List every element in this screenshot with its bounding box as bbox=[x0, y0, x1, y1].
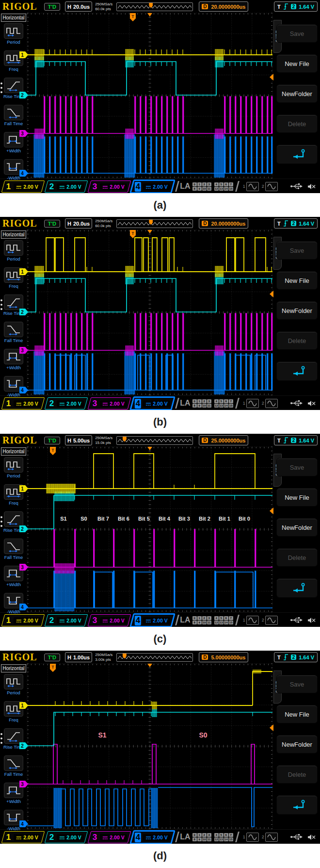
channel-3-status-chip[interactable]: 32.00 V bbox=[87, 614, 131, 626]
menu-button-newfolder[interactable]: NewFolder bbox=[276, 735, 318, 753]
logic-analyzer-indicator[interactable]: LA0123456789101112131415 bbox=[180, 182, 233, 191]
menu-button-save[interactable]: Save bbox=[276, 24, 318, 43]
channel-3-status-chip[interactable]: 32.00 V bbox=[87, 397, 131, 409]
menu-button-save[interactable]: Save bbox=[276, 241, 318, 260]
logic-analyzer-indicator[interactable]: LA0123456789101112131415 bbox=[180, 399, 233, 408]
menu-button-new-file[interactable]: New File bbox=[276, 488, 318, 507]
trigger-status-badge: T'D bbox=[44, 654, 60, 661]
menu-button-label: NewFolder bbox=[282, 90, 312, 98]
horizontal-position-marker[interactable] bbox=[147, 664, 152, 667]
channel-number: 2 bbox=[48, 181, 55, 191]
menu-button-newfolder[interactable]: NewFolder bbox=[276, 518, 318, 537]
la-digit: 7 bbox=[229, 182, 233, 186]
menu-button-return[interactable] bbox=[276, 795, 318, 815]
la-digit: 11 bbox=[207, 404, 211, 408]
menu-button-delete[interactable]: Delete bbox=[276, 331, 318, 350]
waveform-ch1 bbox=[253, 670, 261, 673]
menu-button-new-file[interactable]: New File bbox=[276, 54, 318, 73]
source-2-indicator[interactable]: 2 bbox=[262, 616, 278, 625]
la-digit: 15 bbox=[229, 837, 233, 841]
memory-depth-value: 3.00k pts bbox=[95, 657, 112, 662]
timebase-label: H bbox=[67, 4, 71, 10]
channel-1-status-chip[interactable]: 12.00 V bbox=[1, 397, 45, 409]
delay-value: 5.00000000us bbox=[211, 655, 245, 660]
menu-button-newfolder[interactable]: NewFolder bbox=[276, 84, 318, 103]
la-digit: 9 bbox=[197, 621, 202, 624]
source-2-indicator[interactable]: 2 bbox=[262, 399, 278, 408]
logic-analyzer-indicator[interactable]: LA0123456789101112131415 bbox=[180, 616, 233, 624]
channel-4-status-chip[interactable]: 42.00 V bbox=[130, 614, 175, 627]
channel-2-status-chip[interactable]: 22.00 V bbox=[44, 397, 88, 409]
channel-3-status-chip[interactable]: 32.00 V bbox=[87, 180, 131, 193]
channel-chip-inner: 22.00 V bbox=[48, 398, 84, 408]
horizontal-position-marker[interactable] bbox=[147, 230, 152, 233]
channel-1-ground-label: 1 bbox=[21, 52, 24, 58]
menu-button-new-file[interactable]: New File bbox=[276, 705, 318, 723]
oscilloscope-screenshot: RIGOLT'DH5.00us250MSa/s15.0k ptsD25.0000… bbox=[0, 434, 320, 627]
horizontal-position-marker[interactable] bbox=[147, 13, 152, 16]
source-1-indicator[interactable]: 1 bbox=[243, 399, 259, 408]
waveform-ch4 bbox=[151, 788, 158, 828]
la-group-gap bbox=[212, 182, 214, 186]
menu-button-delete[interactable]: Delete bbox=[276, 765, 318, 784]
horizontal-position-marker[interactable] bbox=[147, 447, 152, 450]
menu-button-save[interactable]: Save bbox=[276, 458, 318, 476]
channel-3-status-chip[interactable]: 32.00 V bbox=[87, 831, 131, 843]
source-1-indicator[interactable]: 1 bbox=[243, 182, 259, 191]
waveform-ch3 bbox=[54, 529, 256, 567]
channel-chip-inner: 42.00 V bbox=[135, 398, 170, 408]
menu-button-save[interactable]: Save bbox=[276, 675, 318, 693]
channel-4-status-chip[interactable]: 42.00 V bbox=[130, 397, 175, 410]
scope-main: HorizontalPeriodFreqRise TimeFall Time+W… bbox=[0, 13, 320, 179]
menu-button-return[interactable] bbox=[276, 145, 318, 164]
channel-4-status-chip[interactable]: 42.00 V bbox=[130, 831, 175, 844]
la-digit-grid: 0123456789101112131415 bbox=[192, 182, 233, 191]
channel-2-status-chip[interactable]: 22.00 V bbox=[44, 614, 88, 626]
source-number: 2 bbox=[262, 618, 264, 622]
la-digit: 15 bbox=[229, 404, 233, 408]
channel-scale-value: 2.00 V bbox=[110, 617, 124, 623]
dc-coupling-icon bbox=[59, 618, 65, 622]
la-label: LA bbox=[180, 833, 190, 841]
return-icon bbox=[287, 364, 307, 378]
channel-4-status-chip[interactable]: 42.00 V bbox=[130, 180, 175, 193]
source-1-indicator[interactable]: 1 bbox=[243, 616, 259, 625]
logic-analyzer-indicator[interactable]: LA0123456789101112131415 bbox=[180, 833, 233, 841]
channel-value-box: 2.00 V bbox=[100, 400, 127, 407]
return-icon bbox=[287, 147, 307, 161]
menu-button-delete[interactable]: Delete bbox=[276, 548, 318, 567]
source-2-indicator[interactable]: 2 bbox=[262, 833, 278, 842]
menu-button-return[interactable] bbox=[276, 361, 318, 381]
la-digit-row: 89101112131415 bbox=[192, 404, 233, 408]
memory-position-bar bbox=[116, 436, 193, 445]
la-label: LA bbox=[180, 616, 190, 624]
la-digit-row: 01234567 bbox=[192, 833, 233, 837]
la-digit: 5 bbox=[219, 399, 224, 403]
timebase-label: H bbox=[67, 438, 71, 443]
waveform-ch3 bbox=[44, 313, 272, 350]
dc-coupling-icon bbox=[146, 618, 152, 622]
channel-2-status-chip[interactable]: 22.00 V bbox=[44, 180, 88, 193]
sine-icon bbox=[267, 834, 276, 840]
menu-button-new-file[interactable]: New File bbox=[276, 271, 318, 290]
menu-button-newfolder[interactable]: NewFolder bbox=[276, 301, 318, 320]
menu-button-delete[interactable]: Delete bbox=[276, 115, 318, 133]
source-1-indicator[interactable]: 1 bbox=[243, 833, 259, 842]
channel-3-ground-label: 3 bbox=[21, 348, 24, 353]
waveform-ch4 bbox=[125, 134, 135, 178]
page-dot bbox=[0, 304, 2, 306]
source-2-indicator[interactable]: 2 bbox=[262, 182, 278, 191]
channel-1-status-chip[interactable]: 12.00 V bbox=[1, 614, 45, 626]
channel-1-status-chip[interactable]: 12.00 V bbox=[1, 180, 45, 193]
channel-1-status-chip[interactable]: 12.00 V bbox=[1, 831, 45, 843]
trigger-source-badge: 2 bbox=[291, 438, 297, 443]
la-digit: 0 bbox=[192, 616, 197, 620]
channel-2-status-chip[interactable]: 22.00 V bbox=[44, 831, 88, 843]
graticule-ticks bbox=[27, 664, 272, 829]
trigger-source-badge: 2 bbox=[291, 655, 297, 660]
timebase-label: H bbox=[67, 221, 71, 227]
channel-number: 4 bbox=[135, 398, 141, 408]
channel-value-box: 2.00 V bbox=[100, 617, 127, 623]
la-digit: 3 bbox=[207, 182, 211, 186]
menu-button-return[interactable] bbox=[276, 578, 318, 598]
